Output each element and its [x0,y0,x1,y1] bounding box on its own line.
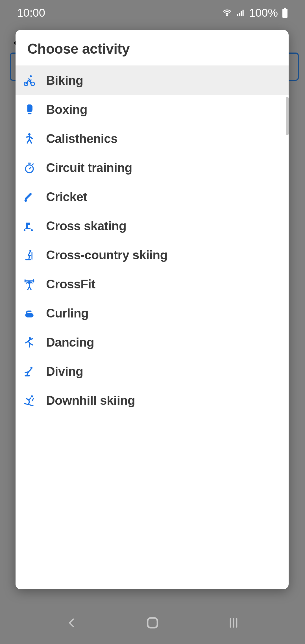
svg-point-14 [25,199,27,202]
activity-item[interactable]: Circuit training [16,153,289,182]
activity-item[interactable]: Dancing [16,328,289,357]
battery-text: 100% [249,6,278,19]
nav-recents-button[interactable] [222,612,245,634]
activity-item[interactable]: Boxing [16,95,289,124]
svg-rect-1 [237,14,238,16]
activity-item[interactable]: Calisthenics [16,124,289,153]
activity-item[interactable]: Diving [16,357,289,386]
status-right: 100% [222,6,288,19]
skating-icon [22,219,36,233]
svg-rect-25 [148,618,158,628]
stopwatch-icon [22,161,36,175]
activity-label: Curling [46,306,88,320]
activity-label: Cricket [46,190,87,204]
battery-icon [282,8,288,18]
svg-rect-6 [284,8,286,9]
svg-point-9 [30,75,32,77]
activity-label: Downhill skiing [46,393,135,408]
svg-point-0 [226,15,228,16]
activity-label: CrossFit [46,277,95,291]
dancing-icon [22,335,36,349]
crossfit-icon [22,277,36,291]
svg-point-18 [29,250,31,252]
signal-icon [236,8,245,17]
boxing-icon [22,103,36,117]
svg-rect-23 [25,375,30,376]
activity-item[interactable]: Downhill skiing [16,386,289,415]
activity-item[interactable]: Curling [16,299,289,328]
activity-label: Cross skating [46,219,126,233]
svg-point-11 [28,133,30,135]
wifi-icon [222,8,232,18]
activity-label: Cross-country skiing [46,248,167,262]
svg-point-8 [31,82,35,86]
status-bar: 10:00 100% [0,0,305,25]
svg-rect-20 [25,313,33,317]
scrollbar-thumb[interactable] [286,97,289,135]
activity-item[interactable]: Cross skating [16,211,289,240]
svg-point-24 [31,395,33,397]
cross-country-ski-icon [22,248,36,262]
activity-label: Boxing [46,103,87,117]
activity-label: Biking [46,73,83,88]
svg-rect-2 [239,13,240,16]
choose-activity-dialog: Choose activity BikingBoxingCalisthenics… [16,30,289,589]
diving-icon [22,364,36,378]
svg-rect-13 [25,192,32,200]
biking-icon [22,73,36,88]
activity-label: Diving [46,364,83,378]
svg-rect-5 [282,9,287,18]
curling-icon [22,306,36,320]
activity-item[interactable]: CrossFit [16,269,289,299]
system-nav-bar [0,602,305,644]
dialog-header: Choose activity [16,30,289,66]
activity-item[interactable]: Cricket [16,182,289,211]
dialog-title: Choose activity [27,41,277,57]
activity-list[interactable]: BikingBoxingCalisthenicsCircuit training… [16,66,289,589]
svg-point-17 [31,229,33,231]
svg-rect-3 [241,11,242,16]
nav-back-button[interactable] [60,612,83,634]
svg-rect-15 [25,228,30,229]
svg-rect-4 [242,10,243,16]
activity-item[interactable]: Cross-country skiing [16,240,289,269]
nav-home-button[interactable] [141,612,164,634]
svg-point-22 [30,367,32,369]
calisthenics-icon [22,132,36,146]
svg-point-16 [24,229,25,231]
status-time: 10:00 [17,6,45,19]
activity-label: Circuit training [46,161,132,175]
downhill-ski-icon [22,393,36,408]
cricket-icon [22,190,36,204]
activity-item[interactable]: Biking [16,66,289,95]
activity-label: Dancing [46,335,94,349]
svg-rect-10 [28,113,32,114]
activity-label: Calisthenics [46,132,117,146]
